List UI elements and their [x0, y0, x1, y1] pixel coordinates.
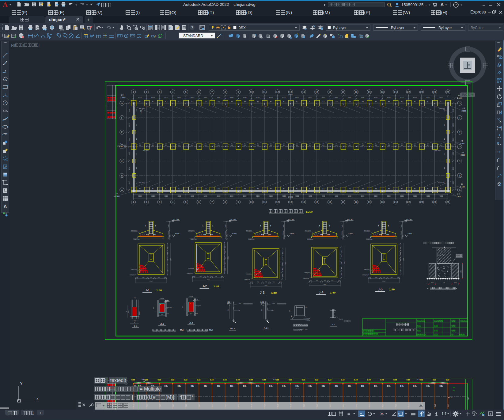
svg-text:12: 12	[276, 201, 279, 203]
svg-text:1: 1	[270, 225, 271, 227]
svg-text:2500: 2500	[403, 258, 404, 261]
svg-text:100: 100	[261, 233, 264, 235]
svg-text:6000: 6000	[129, 109, 131, 112]
svg-text:8: 8	[224, 91, 226, 93]
svg-text:1250: 1250	[341, 225, 343, 228]
svg-text:JL1: JL1	[178, 188, 180, 190]
svg-text:225: 225	[324, 280, 326, 282]
svg-text:F: F	[121, 116, 123, 119]
svg-text:DJ-2: DJ-2	[230, 327, 235, 330]
svg-text:7Φ8@200: 7Φ8@200	[195, 305, 201, 307]
svg-text:-2.100: -2.100	[456, 97, 462, 99]
svg-text:JL1: JL1	[296, 144, 298, 146]
svg-text:1:40: 1:40	[330, 291, 335, 294]
svg-text:6000: 6000	[374, 96, 377, 98]
svg-text:GJZ: GJZ	[262, 379, 266, 381]
svg-text:GJZ: GJZ	[445, 379, 449, 381]
svg-text:3: 3	[159, 201, 161, 203]
svg-text:450: 450	[182, 306, 184, 308]
svg-text:-0.250: -0.250	[230, 218, 236, 220]
svg-text:JL1: JL1	[375, 188, 377, 190]
svg-text:144000: 144000	[288, 196, 293, 198]
svg-text:100: 100	[225, 237, 226, 239]
svg-text:JL1: JL1	[427, 188, 430, 190]
svg-text:16: 16	[328, 91, 331, 93]
svg-text:JL1: JL1	[270, 101, 272, 102]
svg-text:10: 10	[250, 201, 253, 203]
svg-text:6000: 6000	[400, 195, 404, 197]
svg-text:22: 22	[407, 91, 410, 93]
svg-text:-0.250: -0.250	[173, 218, 179, 220]
svg-text:6000: 6000	[217, 195, 220, 197]
svg-text:6000: 6000	[129, 138, 131, 141]
svg-text:7Φ8@200: 7Φ8@200	[166, 307, 172, 308]
svg-text:14: 14	[302, 201, 305, 203]
svg-text:10: 10	[250, 91, 253, 93]
svg-text:2500: 2500	[170, 258, 172, 261]
svg-text:8: 8	[224, 201, 226, 203]
svg-text:250: 250	[167, 252, 169, 254]
svg-text:6000: 6000	[138, 96, 142, 98]
svg-text:DCL: DCL	[387, 385, 391, 387]
svg-text:JL1: JL1	[218, 188, 220, 190]
svg-text:1250: 1250	[400, 225, 402, 228]
svg-text:6: 6	[198, 91, 200, 93]
svg-text:GJZ: GJZ	[210, 379, 214, 381]
svg-text:JL1: JL1	[283, 188, 285, 190]
svg-text:2500: 2500	[285, 262, 286, 265]
svg-text:DCL: DCL	[426, 385, 430, 387]
svg-text:1Φ8@200: 1Φ8@200	[304, 272, 310, 274]
svg-text:7Φ8@200: 7Φ8@200	[364, 230, 370, 232]
svg-text:90: 90	[147, 277, 148, 278]
svg-text:JL2: JL2	[444, 124, 445, 126]
svg-text:F: F	[459, 116, 460, 119]
svg-text:6: 6	[198, 201, 200, 203]
svg-text:GJZ: GJZ	[275, 379, 279, 381]
svg-text:6000: 6000	[217, 96, 220, 98]
svg-text:50x5: 50x5	[239, 303, 241, 304]
svg-text:100: 100	[168, 237, 169, 239]
svg-text:1000: 1000	[225, 268, 226, 271]
svg-text:J-3: J-3	[260, 291, 264, 294]
svg-text:J-3: J-3	[121, 94, 123, 96]
svg-text:35d,: 35d,	[180, 329, 184, 331]
svg-text:GJZ: GJZ	[301, 379, 305, 381]
svg-text:6000: 6000	[204, 195, 207, 197]
svg-text:1: 1	[290, 310, 290, 312]
svg-text:11: 11	[263, 91, 266, 93]
svg-text:100: 100	[251, 282, 253, 283]
svg-text:900: 900	[142, 277, 144, 278]
svg-text:JL1: JL1	[283, 144, 286, 146]
svg-text:DCL: DCL	[191, 385, 194, 387]
svg-text:144000: 144000	[288, 94, 293, 96]
svg-text:DCL: DCL	[335, 385, 339, 387]
svg-text:100: 100	[338, 280, 340, 282]
svg-text:3: 3	[159, 91, 161, 93]
svg-text:6000: 6000	[440, 195, 443, 197]
svg-text:JL1: JL1	[231, 144, 233, 146]
svg-text:1: 1	[133, 201, 134, 203]
svg-text:6000: 6000	[151, 96, 155, 98]
svg-text:1:200: 1:200	[306, 210, 313, 213]
svg-text:15: 15	[316, 91, 318, 93]
svg-text:DCL: DCL	[269, 385, 273, 387]
svg-text:7Φ8@200: 7Φ8@200	[303, 278, 309, 279]
svg-text:250: 250	[443, 282, 445, 283]
svg-text:JL1: JL1	[388, 101, 390, 102]
svg-text:100: 100	[146, 233, 149, 235]
svg-text:850: 850	[167, 247, 169, 249]
svg-text:750: 750	[261, 309, 263, 311]
svg-text:6000: 6000	[295, 96, 299, 98]
svg-text:100: 100	[386, 233, 389, 235]
svg-text:DCL: DCL	[282, 385, 286, 387]
svg-text:-2.100: -2.100	[174, 233, 180, 235]
svg-text:4: 4	[172, 201, 173, 203]
svg-text:15: 15	[316, 201, 318, 203]
svg-text:1100 1100: 1100 1100	[142, 149, 149, 151]
svg-text:6000: 6000	[374, 195, 377, 197]
svg-text:1Φ8@200: 1Φ8@200	[188, 267, 194, 269]
svg-text:J-4: J-4	[319, 290, 323, 294]
svg-text:6000: 6000	[387, 195, 391, 197]
svg-text:100: 100	[369, 277, 371, 278]
svg-text:17: 17	[342, 201, 344, 203]
